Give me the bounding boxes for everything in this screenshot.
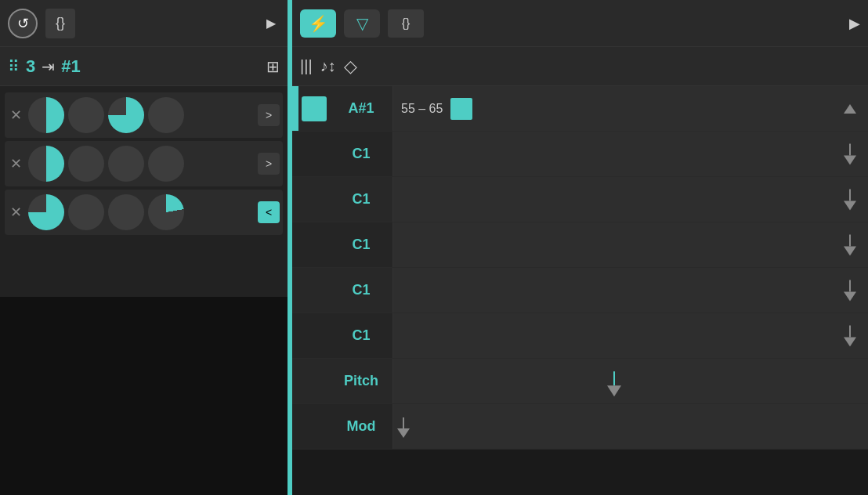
track-content-1[interactable]: 55 – 65: [392, 86, 868, 131]
lightning-icon: ⚡: [309, 14, 328, 33]
close-ch1[interactable]: ✕: [8, 107, 24, 124]
mode-button[interactable]: ▽: [344, 9, 380, 38]
ch1-knob-3[interactable]: [108, 97, 144, 133]
play-icon-right: ▶: [849, 16, 860, 31]
track-active-pitch: [292, 359, 298, 403]
ch1-knob-1[interactable]: [28, 97, 64, 133]
braces-button-right[interactable]: {}: [388, 9, 424, 38]
track-row-6: C1: [292, 313, 868, 359]
track-swatch-mod: [302, 414, 327, 439]
track-swatch-pitch: [302, 369, 327, 394]
ch1-knob-2[interactable]: [68, 97, 104, 133]
channels-area: ✕ > ✕ > ✕: [0, 86, 288, 297]
track-name-pitch: Pitch: [330, 373, 392, 389]
track-row-5: C1: [292, 268, 868, 313]
slider-line-4: [849, 234, 851, 246]
right-top-bar: ⚡ ▽ {} ▶: [292, 0, 868, 47]
channel-number: 3: [26, 56, 35, 77]
braces-icon-left: {}: [56, 15, 65, 31]
track-row-1: A#1 55 – 65: [292, 86, 868, 132]
track-swatch-3: [302, 187, 327, 212]
slider-tri-4: [844, 246, 856, 255]
track-row-4: C1: [292, 222, 868, 268]
play-icon-left: ▶: [266, 16, 276, 30]
ch3-knob-4[interactable]: [148, 194, 184, 230]
ch3-knob-3[interactable]: [108, 194, 144, 230]
close-ch3[interactable]: ✕: [8, 204, 24, 221]
track-content-3[interactable]: [392, 177, 868, 222]
track-active-6: [292, 313, 298, 358]
track-name-5: C1: [330, 282, 392, 298]
ch3-knob-1[interactable]: [28, 194, 64, 230]
ch2-knob-1[interactable]: [28, 146, 64, 182]
track-slider-5[interactable]: [844, 280, 856, 301]
track-swatch-1: [302, 96, 327, 121]
track-active-mod: [292, 404, 298, 449]
channel-row-3: ✕ <: [5, 190, 283, 235]
tracks-area: A#1 55 – 65 C1: [292, 86, 868, 495]
diamond-icon: ◇: [344, 56, 357, 77]
play-button-left[interactable]: ▶: [262, 15, 280, 32]
loop-button[interactable]: ↺: [8, 9, 38, 38]
left-top-bar: ↺ {} ▶: [0, 0, 288, 47]
mod-slider-tri: [397, 428, 410, 438]
track-name-2: C1: [330, 146, 392, 162]
ch2-knob-2[interactable]: [68, 146, 104, 182]
track-name-mod: Mod: [330, 418, 392, 435]
range-text-1: 55 – 65: [401, 102, 443, 116]
track-swatch-2: [302, 142, 327, 167]
track-row-2: C1: [292, 132, 868, 177]
track-slider-3[interactable]: [844, 189, 856, 210]
track-content-6[interactable]: [392, 313, 868, 358]
ch1-knob-4[interactable]: [148, 97, 184, 133]
track-content-4[interactable]: [392, 222, 868, 267]
ch1-arrow[interactable]: >: [258, 104, 280, 126]
play-button-right[interactable]: ▶: [849, 15, 860, 32]
slider-tri-6: [844, 337, 856, 346]
track-content-5[interactable]: [392, 268, 868, 313]
track-slider-4[interactable]: [844, 234, 856, 255]
grid-icon: ⠿: [8, 57, 20, 76]
track-row-3: C1: [292, 177, 868, 222]
ch2-knob-4[interactable]: [148, 146, 184, 182]
braces-icon-right: {}: [402, 16, 410, 31]
track-slider-2[interactable]: [844, 143, 856, 164]
mod-slider-line: [403, 417, 404, 428]
slider-line-2: [849, 143, 851, 155]
track-name-6: C1: [330, 327, 392, 344]
track-row-pitch: Pitch: [292, 359, 868, 404]
bars-icon: |||: [300, 57, 313, 75]
close-ch2[interactable]: ✕: [8, 155, 24, 172]
ch2-arrow[interactable]: >: [258, 153, 280, 175]
track-active-1: [292, 86, 298, 131]
track-active-3: [292, 177, 298, 222]
track-range-1: 55 – 65: [393, 86, 868, 131]
loop-icon: ↺: [17, 15, 29, 32]
track-content-2[interactable]: [392, 132, 868, 176]
mod-slider[interactable]: [397, 417, 410, 438]
channel-row-1: ✕ >: [5, 92, 283, 138]
arrow-in-icon: ⇥: [42, 57, 55, 76]
track-slider-6[interactable]: [844, 325, 856, 346]
ch3-arrow[interactable]: <: [258, 201, 280, 223]
braces-button-left[interactable]: {}: [45, 9, 75, 38]
slider-tri-5: [844, 291, 856, 301]
slider-line-3: [849, 189, 851, 201]
track-slider-1[interactable]: [844, 104, 856, 114]
slider-line-5: [849, 280, 851, 291]
track-name-1: A#1: [330, 100, 392, 117]
ch1-knobs: [28, 97, 253, 133]
range-color-1: [450, 98, 472, 120]
right-second-bar: ||| ♪↕ ◇: [292, 47, 868, 86]
ch3-knob-2[interactable]: [68, 194, 104, 230]
slider-up-1: [844, 104, 856, 114]
track-swatch-5: [302, 278, 327, 303]
left-panel: ↺ {} ▶ ⠿ 3 ⇥ #1 ⊞ ✕ > ✕: [0, 0, 290, 495]
track-content-mod[interactable]: [392, 404, 868, 449]
pitch-slider[interactable]: [607, 371, 621, 396]
ch2-knob-3[interactable]: [108, 146, 144, 182]
track-content-pitch[interactable]: [392, 359, 868, 403]
pitch-slider-line: [613, 371, 615, 385]
track-active-5: [292, 268, 298, 313]
lightning-button[interactable]: ⚡: [300, 9, 336, 38]
